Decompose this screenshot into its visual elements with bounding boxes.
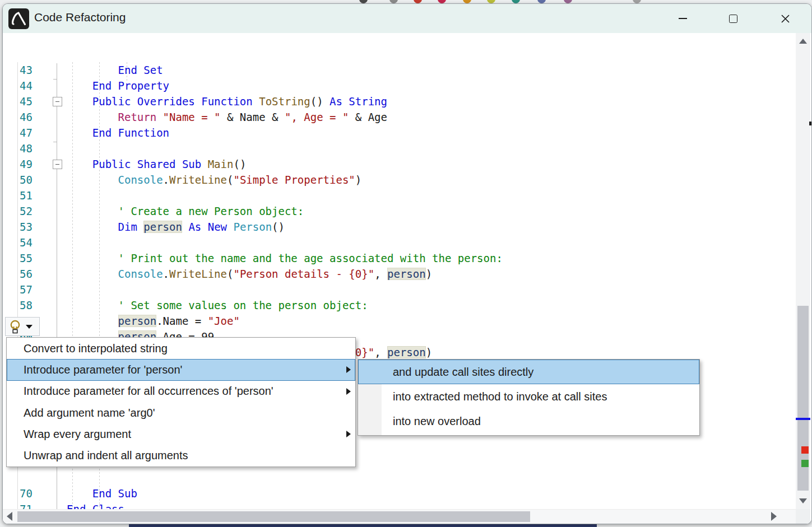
scroll-down-arrow-icon[interactable]	[799, 498, 807, 503]
app-logo-icon	[8, 8, 29, 29]
minimize-button[interactable]	[670, 6, 695, 31]
close-button[interactable]	[773, 6, 797, 31]
line-number[interactable]: 43	[20, 62, 43, 78]
scrollbar-corner	[796, 509, 810, 524]
scroll-up-arrow-icon[interactable]	[799, 39, 807, 44]
code-line[interactable]: 54	[3, 235, 811, 250]
line-number[interactable]: 48	[20, 141, 43, 156]
highlighted-symbol[interactable]: person	[118, 315, 157, 327]
menu-item-label: Add argument name 'arg0'	[24, 407, 155, 419]
code-text: Return "Name = " & Name & ", Age = " & A…	[67, 109, 387, 125]
code-line[interactable]: 58 ' Set some values on the person objec…	[3, 297, 811, 313]
menu-item-label: Introduce parameter for 'person'	[24, 363, 182, 376]
highlighted-symbol[interactable]: person	[387, 268, 426, 280]
title-bar[interactable]: Code Refactoring	[3, 4, 811, 33]
code-line[interactable]: 70 End Sub	[3, 486, 811, 501]
submenu-item[interactable]: into new overload	[358, 409, 699, 434]
menu-item[interactable]: Add argument name 'arg0'	[7, 402, 355, 423]
collapse-region-button[interactable]	[53, 160, 62, 169]
line-number[interactable]: 50	[20, 172, 43, 188]
code-text: person.Name = "Joe"	[67, 313, 240, 329]
submenu-item[interactable]: into extracted method to invoke at call …	[358, 384, 699, 409]
lightbulb-icon	[8, 319, 22, 334]
code-line[interactable]: 55 ' Print out the name and the age asso…	[3, 250, 811, 266]
submenu-arrow-icon	[346, 366, 351, 373]
horizontal-scrollbar-thumb[interactable]	[17, 511, 530, 522]
submenu-item-label: into new overload	[393, 415, 481, 428]
code-line[interactable]: 49 Public Shared Sub Main()	[3, 156, 811, 172]
maximize-icon	[729, 15, 737, 23]
menu-item-label: Convert to interpolated string	[24, 342, 168, 355]
submenu-item-label: into extracted method to invoke at call …	[393, 390, 607, 403]
highlighted-symbol[interactable]: person	[143, 221, 182, 233]
highlighted-symbol[interactable]: person	[387, 346, 426, 358]
line-number[interactable]: 47	[20, 125, 43, 141]
menu-item[interactable]: Unwrap and indent all arguments	[7, 445, 355, 466]
scroll-left-arrow-icon[interactable]	[7, 512, 12, 521]
menu-item-label: Unwrap and indent all arguments	[24, 449, 188, 462]
code-text: End Set	[67, 62, 163, 78]
submenu-arrow-icon	[346, 431, 351, 437]
line-number[interactable]: 44	[20, 78, 43, 94]
line-number[interactable]: 58	[20, 297, 43, 313]
code-line[interactable]: 59 person.Name = "Joe"	[3, 313, 811, 329]
caret-position-marker	[796, 418, 810, 420]
code-text: End Sub	[67, 486, 137, 501]
line-number[interactable]: 49	[20, 156, 43, 172]
minimize-icon	[679, 18, 687, 19]
line-number[interactable]: 52	[20, 203, 43, 219]
line-number[interactable]: 55	[20, 250, 43, 266]
code-text: Dim person As New Person()	[67, 219, 285, 235]
code-line[interactable]: 47 End Function	[3, 125, 811, 141]
overview-margin-tick	[809, 122, 811, 125]
maximize-button[interactable]	[721, 6, 745, 31]
code-line[interactable]: 56 Console.WriteLine("Person details - {…	[3, 266, 811, 282]
code-line[interactable]: 57	[3, 282, 811, 297]
code-line[interactable]: 52 ' Create a new Person object:	[3, 203, 811, 219]
code-text: ' Print out the name and the age associa…	[67, 250, 503, 266]
submenu-item[interactable]: and update call sites directly	[358, 360, 699, 384]
line-number[interactable]: 46	[20, 109, 43, 125]
refactoring-context-menu: Convert to interpolated stringIntroduce …	[6, 337, 356, 467]
code-text: End Property	[67, 78, 169, 94]
code-text: End Function	[67, 125, 169, 141]
scroll-right-arrow-icon[interactable]	[771, 512, 777, 521]
line-number[interactable]: 56	[20, 266, 43, 282]
menu-item[interactable]: Convert to interpolated string	[7, 338, 355, 359]
code-line[interactable]: 51	[3, 188, 811, 203]
line-number[interactable]: 54	[20, 235, 43, 250]
collapse-region-button[interactable]	[53, 97, 62, 106]
line-number[interactable]: 51	[20, 188, 43, 203]
code-line[interactable]: 53 Dim person As New Person()	[3, 219, 811, 235]
code-text: Public Shared Sub Main()	[67, 156, 246, 172]
scrollbar-marker-red	[801, 446, 809, 454]
line-number[interactable]: 70	[20, 486, 43, 501]
vertical-scrollbar[interactable]	[796, 33, 810, 509]
code-text: ' Set some values on the person object:	[67, 297, 368, 313]
chevron-down-icon[interactable]	[26, 325, 33, 329]
code-text: Console.WriteLine("Simple Properties")	[67, 172, 361, 188]
code-line[interactable]: 45 Public Overrides Function ToString() …	[3, 94, 811, 109]
line-number[interactable]: 57	[20, 282, 43, 297]
scrollbar-marker-green	[801, 460, 809, 467]
code-line[interactable]: 50 Console.WriteLine("Simple Properties"…	[3, 172, 811, 188]
line-number[interactable]: 45	[20, 94, 43, 109]
code-refactoring-window: Code Refactoring 43 End Set44 End Proper…	[2, 3, 812, 524]
close-icon	[781, 14, 790, 24]
code-text: Console.WriteLine("Person details - {0}"…	[67, 266, 432, 282]
quick-actions-lightbulb-button[interactable]	[5, 317, 40, 336]
menu-item[interactable]: Introduce parameter for all occurrences …	[7, 381, 355, 402]
line-number[interactable]: 53	[20, 219, 43, 235]
menu-item[interactable]: Wrap every argument	[7, 423, 355, 445]
code-line[interactable]: 44 End Property	[3, 78, 811, 94]
menu-item[interactable]: Introduce parameter for 'person'	[7, 359, 355, 380]
introduce-parameter-submenu: and update call sites directlyinto extra…	[358, 359, 700, 436]
menu-item-label: Introduce parameter for all occurrences …	[24, 385, 273, 398]
submenu-arrow-icon	[346, 388, 351, 395]
code-line[interactable]: 43 End Set	[3, 62, 811, 78]
menu-item-label: Wrap every argument	[24, 428, 131, 441]
code-text: ' Create a new Person object:	[67, 203, 304, 219]
code-line[interactable]: 48	[3, 141, 811, 156]
horizontal-scrollbar[interactable]	[3, 509, 796, 524]
code-line[interactable]: 46 Return "Name = " & Name & ", Age = " …	[3, 109, 811, 125]
